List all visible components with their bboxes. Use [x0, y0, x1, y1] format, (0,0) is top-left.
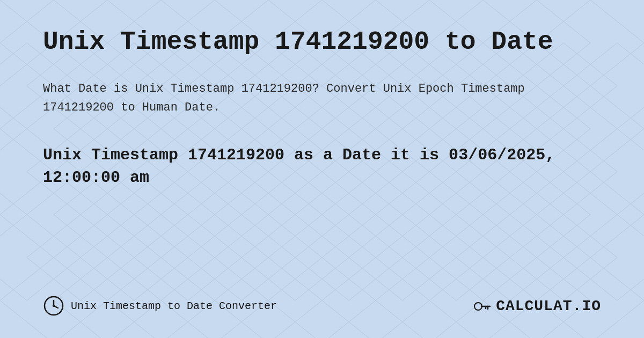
result-text: Unix Timestamp 1741219200 as a Date it i… — [43, 144, 601, 189]
footer: Unix Timestamp to Date Converter CALCULA… — [43, 284, 601, 317]
footer-label: Unix Timestamp to Date Converter — [71, 300, 277, 312]
clock-icon — [43, 295, 64, 317]
svg-point-85 — [53, 305, 55, 307]
page-description: What Date is Unix Timestamp 1741219200? … — [43, 79, 601, 117]
logo: CALCULAT.IO — [473, 297, 601, 315]
logo-icon — [473, 297, 492, 315]
logo-text: CALCULAT.IO — [496, 298, 601, 314]
page-title: Unix Timestamp 1741219200 to Date — [43, 27, 601, 58]
footer-left: Unix Timestamp to Date Converter — [43, 295, 277, 317]
